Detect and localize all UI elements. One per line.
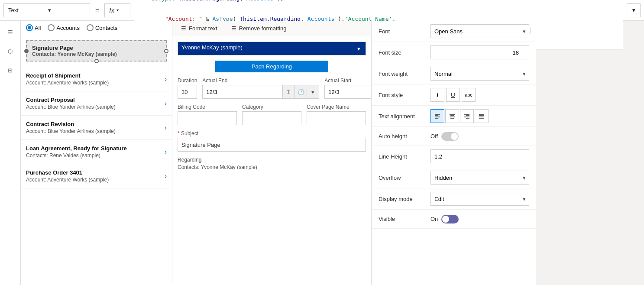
line-height-input[interactable]	[430, 149, 529, 163]
format-icon: ☰	[181, 25, 186, 32]
regarding-bottom-field: Regarding Contacts: Yvonne McKay (sample…	[178, 157, 366, 170]
radio-bar: All Accounts Contacts	[21, 21, 172, 35]
fx-label: fx	[109, 6, 114, 14]
expand-formula-button[interactable]: ▾	[627, 3, 641, 17]
list-item[interactable]: Contract Proposal Account: Blue Yonder A…	[21, 91, 172, 116]
billing-code-label: Billing Code	[178, 104, 237, 110]
regarding-dropdown-arrow[interactable]: ▾	[352, 42, 366, 55]
auto-height-toggle[interactable]	[441, 132, 459, 141]
sidebar-grid-icon[interactable]: ⊞	[3, 62, 18, 78]
list-item[interactable]: Loan Agreement, Ready for Signature Cont…	[21, 140, 172, 164]
list-item-subtitle: Account: Blue Yonder Airlines (sample)	[26, 128, 165, 134]
actual-end-label: Actual End	[202, 78, 319, 84]
chevron-right-icon: ›	[165, 100, 167, 107]
top-bar: Text ▾ = fx ▾ If( IsBlank( ThisItem.Rega…	[0, 0, 644, 21]
chevron-right-icon: ›	[165, 148, 167, 156]
format-text-button[interactable]: ☰ Format text	[178, 23, 221, 33]
list-item[interactable]: Purchase Order 3401 Account: Adventure W…	[21, 164, 172, 188]
subject-input[interactable]	[178, 138, 366, 152]
selected-list-item[interactable]: Signature Page Contacts: Yvonne McKay (s…	[26, 40, 167, 62]
visible-toggle-row: On	[430, 215, 529, 223]
fx-chevron: ▾	[116, 8, 118, 13]
strikethrough-button[interactable]: abc	[462, 88, 476, 102]
font-weight-select[interactable]: Normal Bold	[430, 67, 529, 81]
duration-row: Duration Actual End 🗓 🕐 ▾ Actual Start	[178, 78, 366, 99]
patch-regarding-button[interactable]: Pach Regarding	[215, 61, 328, 72]
list-item-subtitle: Account: Blue Yonder Airlines (sample)	[26, 104, 165, 110]
radio-accounts-indicator	[48, 24, 55, 31]
time-icon[interactable]: 🕐	[294, 85, 307, 98]
font-label: Font	[379, 28, 430, 35]
subject-field: * Subject	[178, 130, 366, 152]
calendar-icon[interactable]: 🗓	[282, 85, 294, 98]
chevron-right-icon: ›	[165, 172, 167, 180]
text-align-label: Text alignment	[379, 113, 430, 120]
radio-contacts[interactable]: Contacts	[87, 24, 117, 31]
formula-line2: IsType( ThisItem.Regarding, Accounts ),	[138, 0, 619, 4]
font-row: Font Open Sans	[372, 21, 536, 42]
form-toolbar: ☰ Format text ☰ Remove formatting	[172, 21, 371, 36]
actual-start-label: Actual Start	[324, 78, 371, 84]
category-label: Category	[242, 104, 301, 110]
selected-item-title: Signature Page	[32, 45, 161, 51]
radio-accounts-label: Accounts	[56, 25, 79, 31]
list-item-subtitle: Account: Adventure Works (sample)	[26, 80, 165, 86]
cover-page-label: Cover Page Name	[307, 104, 366, 110]
radio-all[interactable]: All	[26, 24, 41, 31]
radio-all-indicator	[26, 24, 33, 31]
list-item-subtitle: Contacts: Rene Valdes (sample)	[26, 152, 165, 159]
visible-toggle[interactable]	[441, 215, 459, 223]
line-height-row: Line Height	[372, 146, 536, 167]
category-input[interactable]	[242, 111, 301, 125]
list-item[interactable]: Receipt of Shipment Account: Adventure W…	[21, 67, 172, 91]
actual-start-field: 🗓 🕐 ▾	[324, 85, 371, 99]
radio-contacts-indicator	[87, 24, 94, 31]
cover-page-col: Cover Page Name	[307, 104, 366, 125]
actual-start-col: Actual Start 🗓 🕐 ▾	[324, 78, 371, 99]
align-right-button[interactable]	[460, 109, 474, 123]
align-left-button[interactable]	[430, 109, 444, 123]
sidebar-shapes-icon[interactable]: ⬡	[3, 43, 18, 59]
italic-button[interactable]: I	[430, 88, 444, 102]
list-item-title: Contract Proposal	[26, 97, 165, 103]
billing-code-input[interactable]	[178, 111, 237, 125]
regarding-select[interactable]: Yvonne McKay (sample) ▾	[178, 42, 366, 55]
text-type-dropdown[interactable]: Text ▾	[3, 3, 90, 17]
overflow-label: Overflow	[379, 175, 430, 181]
text-align-row: Text alignment	[372, 106, 536, 127]
list-item-title: Loan Agreement, Ready for Signature	[26, 145, 165, 152]
font-size-input[interactable]	[430, 45, 529, 59]
underline-button[interactable]: U	[446, 88, 460, 102]
display-mode-select[interactable]: Edit View Disabled	[430, 192, 529, 206]
list-item[interactable]: Contract Revision Account: Blue Yonder A…	[21, 116, 172, 140]
font-select[interactable]: Open Sans	[430, 24, 529, 38]
duration-label: Duration	[178, 78, 197, 84]
align-center-button[interactable]	[445, 109, 459, 123]
visible-state: On	[430, 216, 438, 222]
visible-label: Visible	[379, 216, 430, 222]
properties-panel: ? Font Open Sans Font size Font weight	[372, 21, 536, 285]
duration-input[interactable]	[178, 85, 197, 99]
fx-button[interactable]: fx ▾	[104, 3, 130, 17]
actual-start-input[interactable]	[325, 85, 371, 98]
auto-height-toggle-row: Off	[430, 132, 529, 141]
remove-formatting-button[interactable]: ☰ Remove formatting	[228, 23, 290, 33]
actual-end-input[interactable]	[203, 85, 282, 98]
font-size-label: Font size	[379, 49, 430, 56]
regarding-bottom-text: Contacts: Yvonne McKay (sample)	[178, 164, 366, 170]
display-mode-label: Display mode	[379, 196, 430, 202]
cover-page-input[interactable]	[307, 111, 366, 125]
line-height-label: Line Height	[379, 153, 430, 160]
overflow-select[interactable]: Hidden Scroll Visible	[430, 171, 529, 185]
auto-height-label: Auto height	[379, 133, 430, 139]
auto-height-state: Off	[430, 133, 438, 139]
align-justify-button[interactable]	[475, 109, 489, 123]
sidebar-menu-icon[interactable]: ☰	[3, 24, 18, 40]
chevron-down-icon[interactable]: ▾	[307, 85, 319, 98]
regarding-field: Yvonne McKay (sample) ▾	[178, 42, 366, 55]
radio-accounts[interactable]: Accounts	[48, 24, 79, 31]
font-style-label: Font style	[379, 92, 430, 98]
remove-format-icon: ☰	[231, 25, 236, 32]
font-select-wrap: Open Sans	[430, 24, 529, 38]
form-panel: ☰ Format text ☰ Remove formatting Yvonne…	[172, 21, 372, 285]
